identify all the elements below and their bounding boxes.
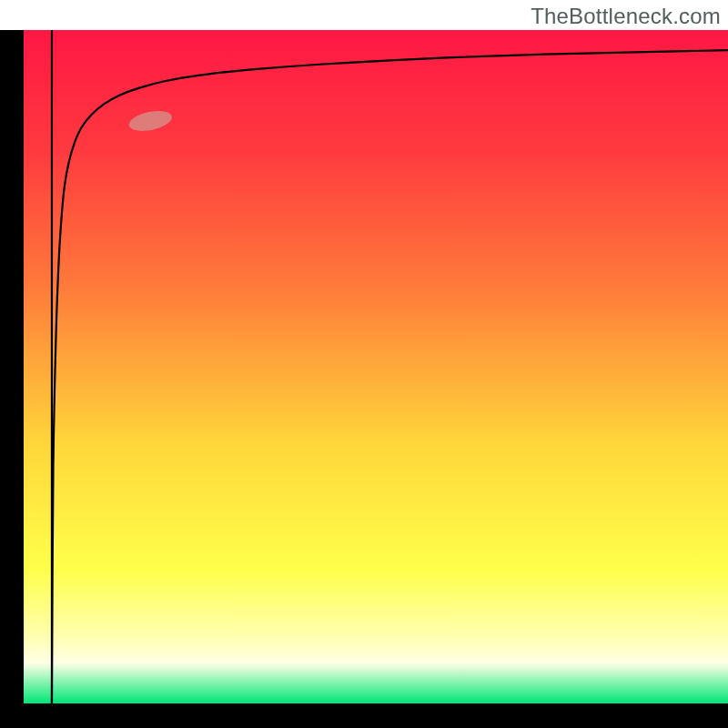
chart-svg (0, 0, 728, 728)
plot-background (24, 30, 728, 703)
chart-container: TheBottleneck.com (0, 0, 728, 728)
y-axis (0, 30, 24, 728)
x-axis (0, 703, 728, 728)
